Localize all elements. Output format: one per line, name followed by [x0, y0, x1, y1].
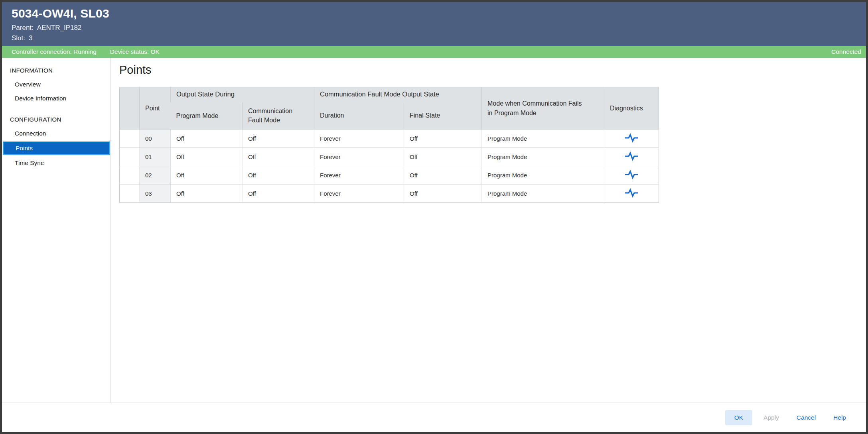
cell-communication-fault-mode[interactable]: Off — [243, 166, 314, 185]
col-header-program-mode: Program Mode — [171, 102, 243, 130]
cell-communication-fault-mode[interactable]: Off — [243, 148, 314, 166]
cell-point: 00 — [140, 130, 171, 148]
pulse-waveform-icon[interactable] — [624, 133, 639, 143]
device-properties-window: 5034-OW4I, SL03 Parent:AENTR_IP182 Slot:… — [0, 0, 868, 434]
cell-diagnostics — [604, 130, 659, 148]
cell-mode-when-comm-fails[interactable]: Program Mode — [482, 148, 604, 166]
row-selector-cell[interactable] — [120, 166, 140, 185]
sidebar-item-device-information[interactable]: Device Information — [2, 92, 110, 105]
sidebar-item-overview[interactable]: Overview — [2, 78, 110, 91]
slot-label: Slot: — [12, 34, 25, 42]
cell-final-state[interactable]: Off — [404, 185, 482, 203]
col-header-duration: Duration — [314, 102, 404, 130]
cell-diagnostics — [604, 166, 659, 185]
content-area: INFORMATION Overview Device Information … — [2, 58, 866, 403]
cell-duration[interactable]: Forever — [314, 130, 404, 148]
parent-value: AENTR_IP182 — [37, 24, 82, 31]
sidebar-section-information: INFORMATION — [2, 63, 110, 77]
cell-duration[interactable]: Forever — [314, 148, 404, 166]
points-table-row: 01 Off Off Forever Off Program Mode — [120, 148, 659, 166]
parent-label: Parent: — [12, 24, 34, 31]
cancel-button[interactable]: Cancel — [790, 410, 822, 425]
help-button[interactable]: Help — [827, 410, 852, 425]
slot-row: Slot:3 — [12, 34, 866, 42]
device-header: 5034-OW4I, SL03 Parent:AENTR_IP182 Slot:… — [2, 2, 866, 46]
sidebar-section-configuration: CONFIGURATION — [2, 112, 110, 126]
controller-connection-status: Controller connection: Running — [12, 48, 97, 55]
cell-diagnostics — [604, 185, 659, 203]
apply-button[interactable]: Apply — [757, 410, 785, 425]
cell-communication-fault-mode[interactable]: Off — [243, 185, 314, 203]
row-selector-cell[interactable] — [120, 148, 140, 166]
cell-communication-fault-mode[interactable]: Off — [243, 130, 314, 148]
ok-button[interactable]: OK — [725, 410, 752, 425]
cell-final-state[interactable]: Off — [404, 148, 482, 166]
cell-duration[interactable]: Forever — [314, 166, 404, 185]
cell-program-mode[interactable]: Off — [171, 166, 243, 185]
cell-program-mode[interactable]: Off — [171, 148, 243, 166]
cell-final-state[interactable]: Off — [404, 166, 482, 185]
dialog-footer: OK Apply Cancel Help — [2, 403, 866, 432]
col-header-diagnostics: Diagnostics — [604, 87, 659, 130]
group-header-output-state-during: Output State During — [171, 87, 314, 102]
group-header-comm-fault-output-state: Communication Fault Mode Output State — [314, 87, 482, 102]
parent-row: Parent:AENTR_IP182 — [12, 24, 866, 32]
cell-mode-when-comm-fails[interactable]: Program Mode — [482, 166, 604, 185]
sidebar-item-time-sync[interactable]: Time Sync — [2, 156, 110, 170]
points-panel: Points Point Output State During Communi… — [110, 58, 866, 403]
cell-diagnostics — [604, 148, 659, 166]
pulse-waveform-icon[interactable] — [624, 170, 639, 179]
sidebar-item-points[interactable]: Points — [3, 141, 110, 155]
cell-mode-when-comm-fails[interactable]: Program Mode — [482, 185, 604, 203]
points-table-row: 03 Off Off Forever Off Program Mode — [120, 185, 659, 203]
cell-point: 01 — [140, 148, 171, 166]
row-selector-cell[interactable] — [120, 185, 140, 203]
points-table-row: 02 Off Off Forever Off Program Mode — [120, 166, 659, 185]
page-title: Points — [119, 63, 866, 77]
slot-value: 3 — [29, 34, 32, 42]
pulse-waveform-icon[interactable] — [624, 151, 639, 161]
col-header-point: Point — [140, 87, 171, 130]
device-status: Device status: OK — [110, 48, 160, 55]
pulse-waveform-icon[interactable] — [624, 188, 639, 198]
col-header-mode-when-comm-fails: Mode when Communication Fails in Program… — [482, 87, 604, 130]
cell-program-mode[interactable]: Off — [171, 130, 243, 148]
points-table: Point Output State During Communication … — [119, 87, 659, 203]
row-selector-cell[interactable] — [120, 130, 140, 148]
points-table-body: 00 Off Off Forever Off Program Mode — [120, 130, 659, 203]
sidebar-item-connection[interactable]: Connection — [2, 127, 110, 140]
col-header-communication-fault-mode: Communication Fault Mode — [243, 102, 314, 130]
connection-status-bar: Controller connection: Running Device st… — [2, 46, 866, 58]
points-table-row: 00 Off Off Forever Off Program Mode — [120, 130, 659, 148]
cell-duration[interactable]: Forever — [314, 185, 404, 203]
col-header-final-state: Final State — [404, 102, 482, 130]
sidebar-nav: INFORMATION Overview Device Information … — [2, 58, 110, 403]
cell-point: 03 — [140, 185, 171, 203]
connection-state-badge: Connected — [831, 48, 861, 55]
cell-program-mode[interactable]: Off — [171, 185, 243, 203]
device-title: 5034-OW4I, SL03 — [12, 7, 866, 20]
cell-final-state[interactable]: Off — [404, 130, 482, 148]
cell-point: 02 — [140, 166, 171, 185]
cell-mode-when-comm-fails[interactable]: Program Mode — [482, 130, 604, 148]
col-header-row-selector — [120, 87, 140, 130]
